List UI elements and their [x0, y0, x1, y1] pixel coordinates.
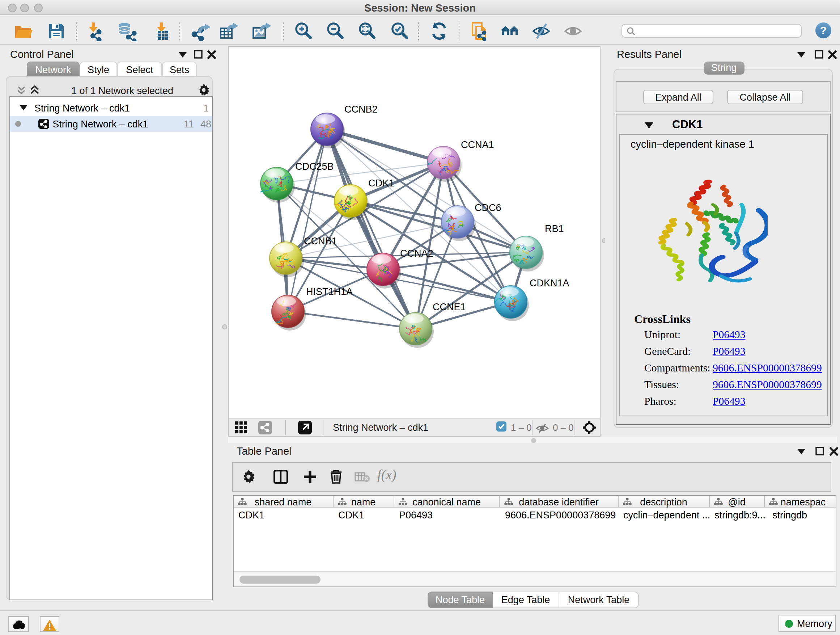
svg-text:RB1: RB1 [545, 223, 564, 234]
svg-text:CCNB2: CCNB2 [344, 103, 378, 114]
svg-text:CDKN1A: CDKN1A [530, 277, 569, 288]
svg-text:CDC6: CDC6 [475, 202, 501, 213]
svg-text:CCNB1: CCNB1 [304, 235, 337, 246]
svg-text:CCNA2: CCNA2 [400, 248, 433, 258]
svg-text:CCNA1: CCNA1 [461, 139, 494, 150]
svg-text:CDK1: CDK1 [368, 177, 394, 188]
svg-text:CDC25B: CDC25B [295, 161, 334, 172]
svg-text:CCNE1: CCNE1 [433, 301, 466, 312]
svg-text:HIST1H1A: HIST1H1A [306, 286, 353, 297]
